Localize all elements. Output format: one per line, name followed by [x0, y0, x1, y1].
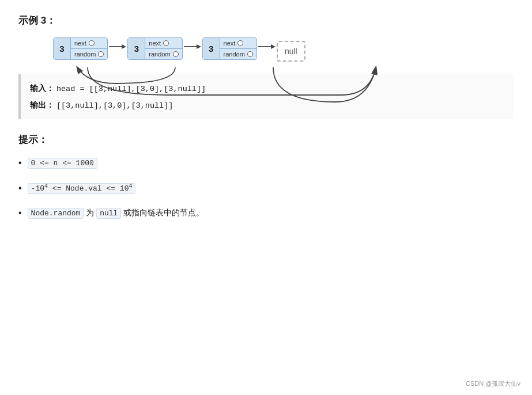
svg-marker-5 [271, 44, 276, 49]
io-output-value: [[3,null],[3,0],[3,null]] [56, 101, 173, 110]
io-input-line: 输入： head = [[3,null],[3,0],[3,null]] [30, 80, 504, 97]
node-3-val: 3 [203, 38, 220, 59]
tip-1-text: 0 <= n <= 1000 [28, 155, 97, 170]
bullet-2: • [18, 181, 22, 196]
svg-marker-1 [122, 44, 126, 49]
null-node: null [277, 41, 305, 62]
node-1-val: 3 [54, 38, 71, 59]
node-2-val: 3 [128, 38, 145, 59]
node-1-random-circle [98, 51, 104, 57]
io-output-label: 输出： [30, 100, 54, 109]
io-input-value: head = [[3,null],[3,0],[3,null]] [56, 85, 206, 93]
node-3-random-field: random [220, 49, 256, 59]
node-3-next-circle [237, 40, 243, 46]
bullet-3: • [18, 206, 22, 221]
node-2-random-circle [173, 51, 179, 57]
node-1-next-circle [89, 40, 95, 46]
node-2-next-field: next [145, 38, 182, 49]
node-3: 3 next random [202, 37, 257, 60]
node-3-next-field: next [220, 38, 256, 49]
tip-3-text: Node.random 为 null 或指向链表中的节点。 [28, 206, 205, 220]
arrow-2-3 [183, 42, 202, 51]
node-1-random-field: random [71, 49, 107, 59]
tip-2: • -104 <= Node.val <= 104 [18, 181, 514, 196]
node-1: 3 next random [53, 37, 108, 60]
node-1-next-field: next [71, 38, 107, 49]
tip-3: • Node.random 为 null 或指向链表中的节点。 [18, 206, 514, 221]
arrow-1-2 [108, 42, 127, 51]
io-input-label: 输入： [30, 83, 54, 93]
node-2-next-circle [163, 40, 169, 46]
io-output-line: 输出： [[3,null],[3,0],[3,null]] [30, 97, 504, 113]
bullet-1: • [18, 155, 22, 170]
arrow-3-null [257, 42, 277, 51]
node-3-random-circle [247, 51, 253, 57]
svg-marker-3 [197, 44, 201, 49]
tip-1: • 0 <= n <= 1000 [18, 155, 514, 170]
tip-2-text: -104 <= Node.val <= 104 [28, 181, 136, 195]
node-2-random-field: random [145, 49, 182, 59]
watermark: CSDN @孤寂大仙v [466, 379, 520, 388]
io-block: 输入： head = [[3,null],[3,0],[3,null]] 输出：… [18, 74, 514, 119]
example-title: 示例 3： [18, 14, 514, 27]
tips-title: 提示： [18, 133, 514, 146]
node-2: 3 next random [127, 37, 182, 60]
